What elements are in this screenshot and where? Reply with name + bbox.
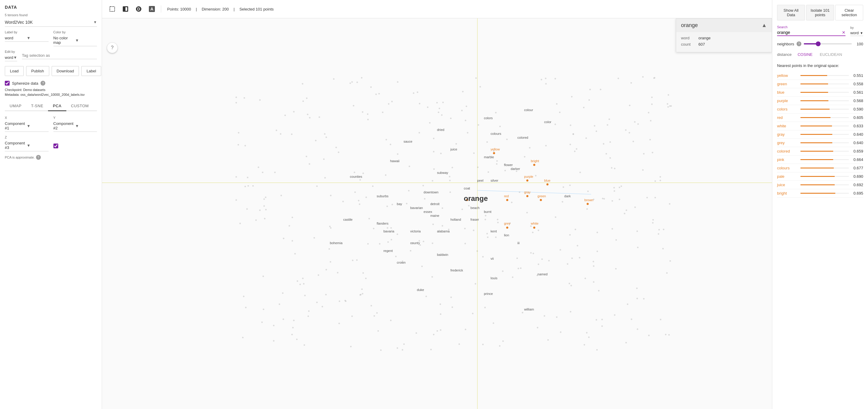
- euclidean-option[interactable]: EUCLIDEAN: [818, 52, 843, 57]
- scatter-dot: [602, 198, 603, 199]
- color-by-select[interactable]: No color map ▼: [54, 34, 97, 46]
- scatter-plot-area[interactable]: 🏠 ? orange ▲ word orange count 607: [102, 18, 772, 409]
- list-item[interactable]: pink 0.664: [777, 155, 863, 164]
- scatter-dot: [617, 78, 619, 79]
- by-select[interactable]: word ▼: [850, 30, 863, 36]
- scatter-dot: [625, 342, 627, 344]
- scatter-dot: [586, 138, 587, 139]
- label-mode-icon[interactable]: D: [133, 4, 144, 14]
- scatter-dot: [329, 226, 331, 227]
- scatter-dot: [235, 199, 237, 201]
- scatter-orange-dot: [533, 227, 535, 229]
- publish-button[interactable]: Publish: [26, 66, 49, 76]
- scatter-dot: [596, 349, 598, 351]
- scatter-dot: [338, 323, 340, 324]
- list-item[interactable]: colors 0.590: [777, 105, 863, 114]
- list-item[interactable]: gray 0.640: [777, 130, 863, 139]
- scatter-dot: [545, 83, 547, 85]
- scatter-word: colors: [484, 116, 493, 120]
- list-item[interactable]: white 0.633: [777, 122, 863, 130]
- list-item[interactable]: purple 0.568: [777, 97, 863, 105]
- night-mode-icon[interactable]: [120, 4, 131, 14]
- sphereize-help-icon[interactable]: ?: [40, 81, 45, 86]
- z-enabled-checkbox[interactable]: [54, 144, 58, 148]
- scatter-dot: [569, 184, 571, 186]
- x-select[interactable]: Component #1 ▼: [5, 120, 49, 132]
- nearest-value: 0.695: [851, 191, 863, 196]
- z-select[interactable]: Component #3 ▼: [5, 140, 49, 151]
- show-all-button[interactable]: Show All Data: [777, 5, 805, 21]
- label-button[interactable]: Label: [81, 66, 101, 76]
- scatter-word: colours: [491, 132, 501, 136]
- list-item[interactable]: pale 0.690: [777, 172, 863, 181]
- info-popup-close-icon[interactable]: ▲: [762, 22, 767, 29]
- list-item[interactable]: red 0.605: [777, 114, 863, 122]
- isolate-button[interactable]: Isolate 101 points: [806, 5, 834, 21]
- scatter-dot: [610, 141, 611, 143]
- list-item[interactable]: blue 0.561: [777, 88, 863, 97]
- text-tool-icon[interactable]: A: [147, 4, 157, 14]
- scatter-word: downtown: [424, 191, 438, 194]
- scatter-word: flower: [504, 163, 513, 167]
- scatter-orange-dot: [506, 227, 508, 229]
- list-item[interactable]: colored 0.659: [777, 147, 863, 155]
- search-input[interactable]: [777, 29, 841, 35]
- scatter-dot: [313, 237, 315, 238]
- scatter-dot: [326, 269, 327, 270]
- scatter-dot: [390, 144, 391, 145]
- scatter-dot: [236, 176, 237, 178]
- scatter-dot: [440, 303, 441, 305]
- nearest-bar-bg: [801, 184, 849, 185]
- scatter-dot: [318, 274, 319, 276]
- scatter-orange-dot: [506, 199, 508, 201]
- scatter-word: bright: [531, 159, 539, 163]
- nearest-bar: [801, 151, 833, 152]
- selection-rect-tool[interactable]: [107, 4, 118, 14]
- label-by-label: Label by: [5, 30, 49, 34]
- neighbors-help-icon[interactable]: ?: [797, 41, 801, 46]
- label-by-select[interactable]: word ▼: [5, 34, 49, 42]
- scatter-words-layer: colorscolourcolordriedcolourscoloredsauc…: [102, 18, 772, 409]
- scatter-word: yellow: [491, 147, 500, 151]
- component-xy-row: X Component #1 ▼ Y Component #2 ▼: [5, 116, 97, 132]
- list-item[interactable]: colours 0.677: [777, 164, 863, 172]
- scatter-dot: [432, 242, 433, 244]
- search-clear-icon[interactable]: ✕: [842, 30, 845, 35]
- tab-umap[interactable]: UMAP: [5, 101, 26, 111]
- scatter-dot: [289, 225, 290, 227]
- search-input-wrapper: ✕: [777, 29, 845, 36]
- scatter-dot: [569, 144, 571, 145]
- scatter-dot: [620, 185, 622, 187]
- scatter-dot: [330, 227, 331, 229]
- clear-selection-button[interactable]: Clear selection: [835, 5, 863, 21]
- load-button[interactable]: Load: [5, 66, 24, 76]
- tab-pca[interactable]: PCA: [48, 101, 66, 111]
- dataset-dropdown[interactable]: Word2Vec 10K ▼: [5, 18, 97, 27]
- scatter-dot: [416, 91, 418, 93]
- list-item[interactable]: juice 0.692: [777, 181, 863, 189]
- y-select[interactable]: Component #2 ▼: [54, 120, 97, 132]
- list-item[interactable]: grey 0.640: [777, 139, 863, 147]
- list-item[interactable]: green 0.558: [777, 80, 863, 88]
- tag-selection-input[interactable]: [22, 52, 97, 59]
- download-button[interactable]: Download: [52, 66, 79, 76]
- scatter-dot: [651, 96, 652, 98]
- scatter-dot: [450, 117, 452, 119]
- tab-custom[interactable]: CUSTOM: [66, 101, 94, 111]
- help-button[interactable]: ?: [107, 42, 118, 53]
- color-by-value: No color map: [54, 36, 75, 45]
- sphereize-checkbox[interactable]: [5, 81, 10, 86]
- edit-by-select[interactable]: word ▼: [5, 54, 17, 61]
- tab-tsne[interactable]: T-SNE: [26, 101, 48, 111]
- scatter-dot: [255, 219, 257, 221]
- cosine-option[interactable]: COSINE: [796, 52, 814, 57]
- neighbors-slider[interactable]: [804, 41, 852, 47]
- scatter-dot: [627, 303, 628, 305]
- scatter-dot: [345, 300, 346, 301]
- scatter-dot: [259, 99, 261, 101]
- pca-help-icon[interactable]: ?: [36, 155, 41, 160]
- list-item[interactable]: yellow 0.551: [777, 71, 863, 80]
- list-item[interactable]: bright 0.695: [777, 189, 863, 198]
- scatter-dot: [615, 268, 617, 270]
- scatter-dot: [365, 196, 367, 198]
